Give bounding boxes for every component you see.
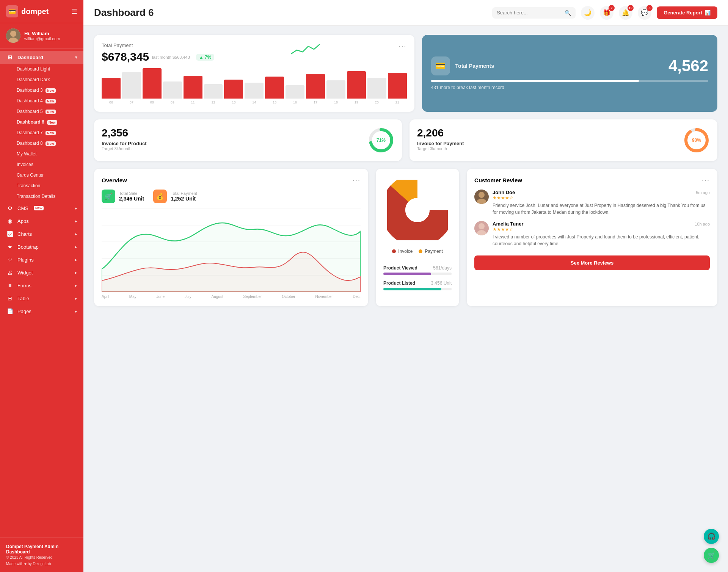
sidebar-item-forms[interactable]: ≡ Forms ▸ bbox=[0, 279, 83, 292]
sidebar-sub-dashboard-8[interactable]: Dashboard 8 New bbox=[0, 138, 83, 149]
sidebar-sub-cards-center[interactable]: Cards Center bbox=[0, 170, 83, 180]
total-overview-payment-label: Total Payment bbox=[171, 191, 197, 196]
svg-text:62%: 62% bbox=[408, 209, 417, 214]
charts-icon: 📈 bbox=[6, 231, 14, 237]
cart-float-button[interactable]: 🛒 bbox=[704, 548, 719, 563]
sidebar-sub-dashboard-5[interactable]: Dashboard 5 New bbox=[0, 106, 83, 117]
bar bbox=[143, 68, 162, 99]
invoice-product-label: Invoice for Product bbox=[102, 141, 146, 146]
sidebar-item-pages[interactable]: 📄 Pages ▸ bbox=[0, 305, 83, 318]
page-content: Total Payment $678,345 last month $563,4… bbox=[83, 26, 728, 572]
sidebar-item-widget[interactable]: 🖨 Widget ▸ bbox=[0, 266, 83, 279]
generate-report-label: Generate Report bbox=[664, 10, 702, 16]
reviewer-avatar-2 bbox=[474, 221, 489, 235]
notification-button[interactable]: 🔔 12 bbox=[619, 6, 632, 20]
hamburger-button[interactable]: ☰ bbox=[71, 7, 77, 16]
sidebar-item-dashboard-label: Dashboard bbox=[17, 55, 43, 60]
support-float-button[interactable]: 🎧 bbox=[704, 529, 719, 544]
sidebar-sub-my-wallet[interactable]: My Wallet bbox=[0, 149, 83, 159]
x-label-april: April bbox=[102, 295, 109, 299]
sidebar-sub-dashboard-4[interactable]: Dashboard 4 New bbox=[0, 96, 83, 106]
gift-button[interactable]: 🎁 2 bbox=[600, 6, 613, 20]
sidebar-sub-dashboard-3[interactable]: Dashboard 3 New bbox=[0, 85, 83, 96]
total-payments-info: Total Payments bbox=[455, 63, 494, 69]
bar-group: 15 bbox=[265, 77, 284, 104]
sidebar-sub-invoices[interactable]: Invoices bbox=[0, 159, 83, 170]
cms-badge: New bbox=[34, 206, 44, 210]
dashboard-icon: ⊞ bbox=[6, 54, 14, 60]
invoice-legend-dot bbox=[392, 249, 396, 253]
search-input[interactable] bbox=[497, 10, 562, 16]
chevron-right-icon-plugins: ▸ bbox=[75, 257, 77, 262]
sidebar-sub-dashboard-7[interactable]: Dashboard 7 New bbox=[0, 127, 83, 138]
notification-badge: 12 bbox=[628, 5, 634, 11]
product-listed-header: Product Listed 3,456 Unit bbox=[383, 281, 452, 286]
bar-label: 18 bbox=[334, 100, 338, 104]
search-box: 🔍 bbox=[492, 7, 576, 19]
topbar-actions: 🔍 🌙 🎁 2 🔔 12 💬 5 Generate Report 📊 bbox=[492, 6, 717, 20]
sidebar-sub-transaction-details[interactable]: Transaction Details bbox=[0, 191, 83, 202]
review-header: Customer Review ··· bbox=[474, 176, 710, 184]
sidebar-sub-dashboard-dark[interactable]: Dashboard Dark bbox=[0, 74, 83, 85]
chevron-right-icon-widget: ▸ bbox=[75, 270, 77, 275]
product-viewed-fill bbox=[383, 273, 431, 275]
svg-text:38%: 38% bbox=[424, 197, 432, 202]
apps-icon: ◉ bbox=[6, 218, 14, 224]
invoice-payment-card: 2,206 Invoice for Payment Target 3k/mont… bbox=[410, 119, 717, 161]
sidebar-item-apps[interactable]: ◉ Apps ▸ bbox=[0, 215, 83, 227]
generate-report-button[interactable]: Generate Report 📊 bbox=[657, 6, 717, 19]
sidebar-item-table[interactable]: ⊟ Table ▸ bbox=[0, 292, 83, 305]
total-payment-title: Total Payment bbox=[102, 42, 214, 48]
invoice-payment-target: Target 3k/month bbox=[417, 146, 464, 151]
reviewer-stars-1: ★★★★☆ bbox=[493, 195, 710, 201]
sidebar-item-cms[interactable]: ⚙ CMS New ▸ bbox=[0, 202, 83, 215]
sidebar-sub-dashboard-6[interactable]: Dashboard 6 New bbox=[0, 117, 83, 127]
wallet-icon: 💳 bbox=[431, 56, 450, 75]
invoice-product-amount: 2,356 bbox=[102, 127, 146, 139]
sidebar-sub-transaction[interactable]: Transaction bbox=[0, 180, 83, 191]
product-viewed-progress bbox=[383, 273, 452, 275]
invoice-legend: Invoice bbox=[392, 249, 413, 254]
bar-group: 21 bbox=[388, 73, 407, 104]
trend-percent: 7% bbox=[205, 55, 211, 60]
review-more-button[interactable]: ··· bbox=[702, 176, 710, 184]
dark-mode-button[interactable]: 🌙 bbox=[581, 6, 595, 20]
customer-review-card: Customer Review ··· John Doe bbox=[467, 169, 717, 306]
forms-icon: ≡ bbox=[6, 282, 14, 288]
sidebar-item-plugins[interactable]: ♡ Plugins ▸ bbox=[0, 253, 83, 266]
sidebar-item-charts[interactable]: 📈 Charts ▸ bbox=[0, 227, 83, 240]
bar-label: 08 bbox=[150, 100, 154, 104]
total-payment-amount: $678,345 bbox=[102, 50, 149, 63]
reviewer-name-2: Amelia Tuner bbox=[493, 221, 523, 227]
bar bbox=[102, 78, 121, 99]
sidebar-item-bootstrap[interactable]: ★ Bootstrap ▸ bbox=[0, 240, 83, 253]
product-viewed-label: Product Viewed bbox=[383, 265, 417, 271]
table-icon: ⊟ bbox=[6, 295, 14, 301]
payment-legend-label: Payment bbox=[425, 249, 442, 254]
sidebar-item-dashboard[interactable]: ⊞ Dashboard ▾ bbox=[0, 51, 83, 64]
moon-icon: 🌙 bbox=[584, 9, 592, 16]
product-viewed-row: Product Viewed 561/days bbox=[383, 265, 452, 275]
product-stats: Product Viewed 561/days Product Listed 3… bbox=[383, 265, 452, 296]
sidebar-sub-dashboard-light[interactable]: Dashboard Light bbox=[0, 64, 83, 74]
last-month-label: last month $563,443 bbox=[152, 55, 190, 60]
chevron-right-icon-charts: ▸ bbox=[75, 232, 77, 237]
bar bbox=[224, 80, 243, 99]
product-viewed-header: Product Viewed 561/days bbox=[383, 265, 452, 271]
message-button[interactable]: 💬 5 bbox=[638, 6, 651, 20]
more-options-button[interactable]: ··· bbox=[399, 42, 407, 50]
sidebar-item-plugins-label: Plugins bbox=[17, 257, 34, 263]
overview-more-button[interactable]: ··· bbox=[353, 176, 361, 184]
user-info: Hi, William william@gmail.com bbox=[24, 31, 60, 41]
overview-card: Overview ··· 🛒 Total Sale 2,346 Unit 💰 bbox=[94, 169, 368, 306]
total-payments-sub: 431 more to break last month record bbox=[431, 85, 708, 90]
see-more-reviews-button[interactable]: See More Reviews bbox=[474, 255, 710, 270]
gift-badge: 2 bbox=[609, 5, 615, 11]
invoice-payment-amount: 2,206 bbox=[417, 127, 464, 139]
bar-label: 20 bbox=[375, 100, 379, 104]
pages-icon: 📄 bbox=[6, 308, 14, 314]
total-payments-top: 💳 Total Payments 4,562 bbox=[431, 56, 708, 75]
card-header-total-payment: Total Payment $678,345 last month $563,4… bbox=[102, 42, 407, 64]
sidebar-nav: ⊞ Dashboard ▾ Dashboard Light Dashboard … bbox=[0, 49, 83, 320]
total-payment-stat: 💰 Total Payment 1,252 Unit bbox=[153, 190, 197, 203]
